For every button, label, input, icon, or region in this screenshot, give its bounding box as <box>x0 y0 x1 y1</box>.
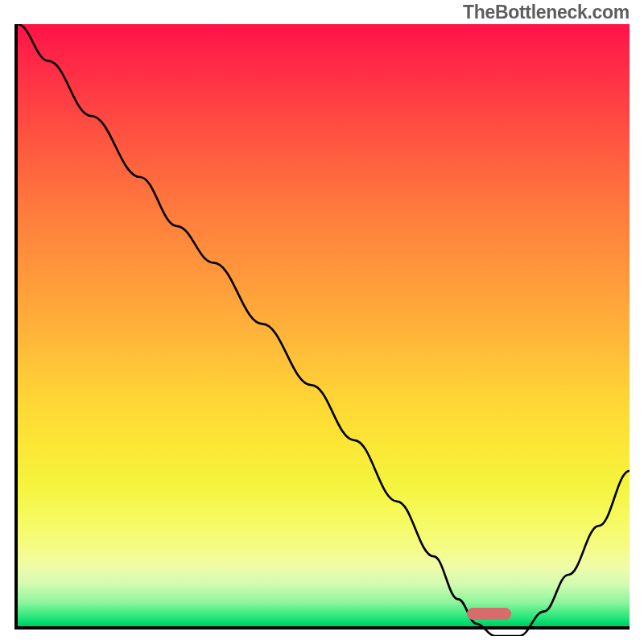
watermark-text: TheBottleneck.com <box>463 2 630 23</box>
chart-plot-area <box>14 24 630 630</box>
optimum-marker <box>467 608 511 620</box>
curve-line <box>18 24 630 636</box>
